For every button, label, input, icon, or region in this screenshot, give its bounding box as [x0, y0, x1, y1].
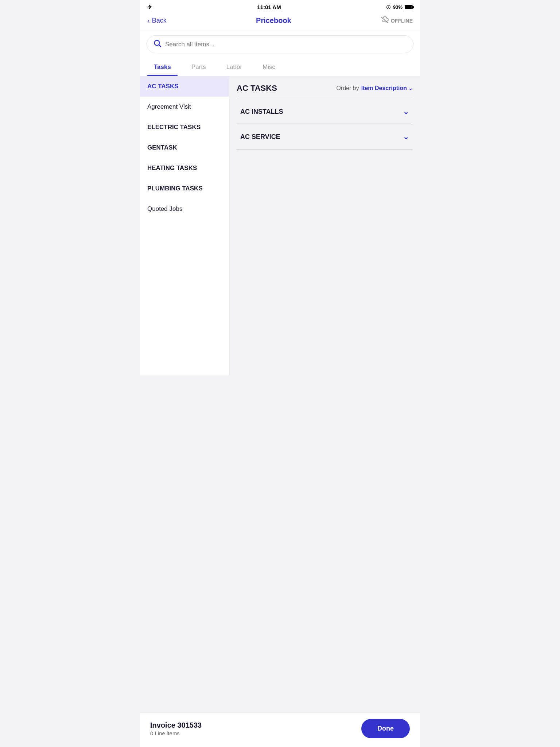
back-arrow-icon: ‹ [147, 16, 150, 25]
plane-icon [147, 4, 152, 11]
status-bar: 11:01 AM ☉ 93% [140, 0, 420, 13]
sidebar-item-quoted-jobs[interactable]: Quoted Jobs [140, 199, 229, 219]
tab-tasks[interactable]: Tasks [144, 58, 181, 76]
offline-icon [381, 16, 389, 25]
sidebar-item-gentask[interactable]: GENTASK [140, 138, 229, 158]
sidebar-item-electric-tasks[interactable]: ELECTRIC TASKS [140, 117, 229, 138]
back-button[interactable]: ‹ Back [147, 16, 167, 25]
back-label: Back [152, 17, 167, 24]
order-by-chevron-icon: ⌄ [408, 85, 413, 91]
order-by-control[interactable]: Order by Item Description ⌄ [336, 85, 413, 92]
sidebar-item-plumbing-tasks[interactable]: PLUMBING TASKS [140, 178, 229, 199]
tab-misc[interactable]: Misc [252, 58, 285, 76]
search-container [140, 30, 420, 58]
nav-bar: ‹ Back Pricebook OFFLINE [140, 13, 420, 30]
status-time: 11:01 AM [257, 4, 281, 10]
sidebar: AC TASKS Agreement Visit ELECTRIC TASKS … [140, 76, 229, 375]
battery-percent: 93% [393, 4, 402, 10]
accordion-item-ac-service[interactable]: AC SERVICE ⌄ [237, 124, 413, 150]
tab-parts[interactable]: Parts [181, 58, 216, 76]
svg-line-1 [159, 45, 161, 47]
order-by-label: Order by [336, 85, 359, 92]
location-icon: ☉ [386, 4, 391, 10]
accordion-item-ac-installs[interactable]: AC INSTALLS ⌄ [237, 99, 413, 124]
search-input[interactable] [165, 41, 407, 48]
tabs-container: Tasks Parts Labor Misc [140, 58, 420, 76]
main-content: AC TASKS Agreement Visit ELECTRIC TASKS … [140, 76, 420, 375]
accordion-header-ac-service[interactable]: AC SERVICE ⌄ [237, 124, 413, 149]
right-panel-title: AC TASKS [237, 84, 277, 93]
accordion-label-ac-service: AC SERVICE [240, 133, 280, 141]
offline-status: OFFLINE [381, 16, 413, 25]
battery-icon [405, 5, 413, 9]
search-bar [147, 35, 413, 53]
tab-labor[interactable]: Labor [216, 58, 252, 76]
sidebar-item-ac-tasks[interactable]: AC TASKS [140, 76, 229, 97]
sidebar-item-heating-tasks[interactable]: HEATING TASKS [140, 158, 229, 178]
accordion-chevron-ac-service-icon: ⌄ [403, 132, 409, 141]
accordion-label-ac-installs: AC INSTALLS [240, 108, 283, 116]
accordion-header-ac-installs[interactable]: AC INSTALLS ⌄ [237, 99, 413, 124]
right-panel: AC TASKS Order by Item Description ⌄ AC … [229, 76, 420, 375]
accordion-chevron-ac-installs-icon: ⌄ [403, 107, 409, 116]
right-panel-header: AC TASKS Order by Item Description ⌄ [237, 84, 413, 93]
sidebar-item-agreement-visit[interactable]: Agreement Visit [140, 97, 229, 117]
page-title: Pricebook [256, 16, 291, 25]
status-bar-left [147, 4, 152, 11]
offline-label: OFFLINE [391, 18, 413, 24]
status-bar-right: ☉ 93% [386, 4, 413, 10]
search-icon [153, 39, 162, 49]
order-by-value[interactable]: Item Description ⌄ [361, 85, 413, 92]
